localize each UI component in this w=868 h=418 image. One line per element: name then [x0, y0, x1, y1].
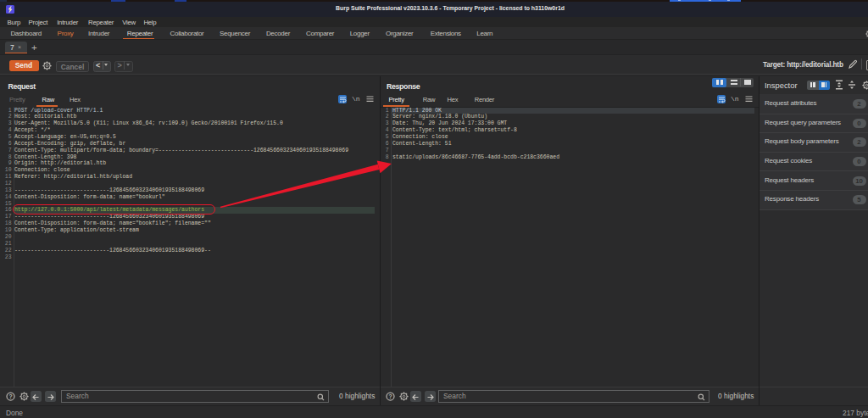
svg-text:?: ? — [8, 393, 12, 399]
svg-text:?: ? — [388, 393, 392, 399]
